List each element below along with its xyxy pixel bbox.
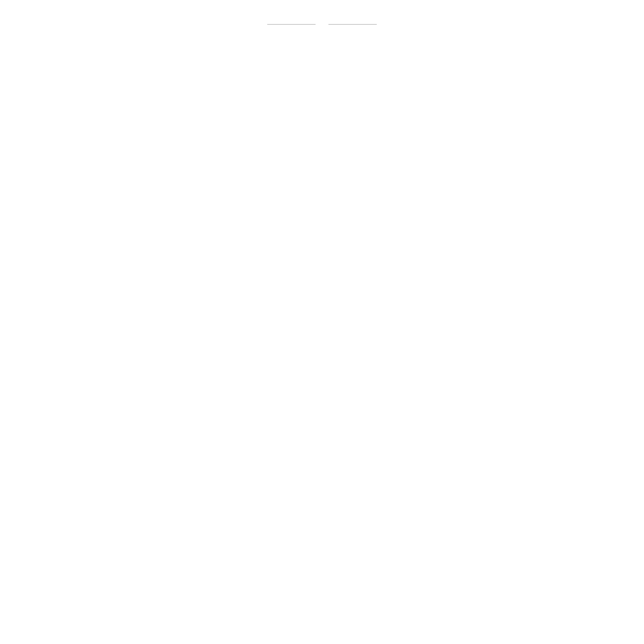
page-container [0,0,644,644]
connections-svg [0,29,644,592]
diagram-area [0,29,644,592]
title-section [0,0,644,25]
